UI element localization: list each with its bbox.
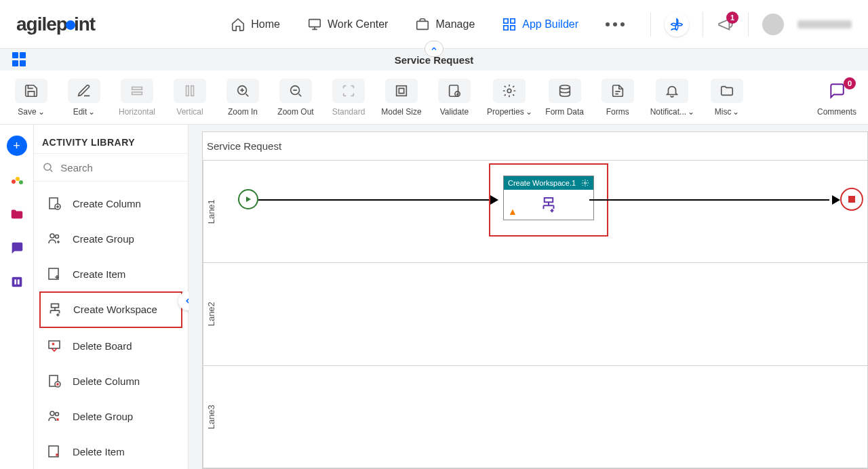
pinwheel-icon xyxy=(670,18,684,31)
horizontal-button[interactable]: Horizontal xyxy=(117,79,157,117)
lib-item-create-item[interactable]: Create Item xyxy=(39,256,182,291)
play-icon xyxy=(244,195,252,203)
notifications-label: Notificat... xyxy=(650,107,686,117)
form-data-button[interactable]: Form Data xyxy=(545,79,585,117)
save-icon xyxy=(15,79,47,103)
notification-badge: 1 xyxy=(726,12,738,24)
workspace-plus-icon xyxy=(46,301,64,319)
apps-icon xyxy=(502,17,517,32)
zoom-in-icon xyxy=(226,79,259,103)
lib-item-label: Create Workspace xyxy=(73,304,157,316)
nav-manage[interactable]: Manage xyxy=(406,12,484,37)
collapse-header-button[interactable] xyxy=(425,41,443,57)
avatar[interactable] xyxy=(762,14,784,35)
warning-icon: ▲ xyxy=(508,206,517,217)
svg-point-23 xyxy=(44,163,51,170)
flow-connector xyxy=(258,199,493,201)
start-node[interactable] xyxy=(238,189,258,209)
nav-manage-label: Manage xyxy=(435,18,475,30)
end-node[interactable] xyxy=(840,188,863,211)
lib-item-label: Delete Group xyxy=(73,411,133,422)
svg-point-26 xyxy=(50,234,54,238)
stop-icon xyxy=(848,196,855,203)
vertical-label: Vertical xyxy=(176,107,203,117)
board-x-icon xyxy=(45,337,63,354)
notifications-button[interactable]: 1 xyxy=(717,16,734,33)
vertical-button[interactable]: Vertical xyxy=(170,79,210,117)
misc-button[interactable]: Misc⌄ xyxy=(707,79,747,117)
standard-icon xyxy=(332,79,365,103)
chevron-up-icon xyxy=(430,45,438,53)
model-size-button[interactable]: Model Size xyxy=(381,79,422,117)
svg-rect-9 xyxy=(191,85,194,96)
svg-rect-21 xyxy=(14,279,16,284)
svg-point-17 xyxy=(12,180,16,184)
standard-label: Standard xyxy=(332,107,366,117)
chevron-down-icon: ⌄ xyxy=(88,107,95,117)
lib-item-label: Create Column xyxy=(73,198,141,209)
svg-point-18 xyxy=(16,177,20,181)
rail-chat-icon[interactable] xyxy=(7,239,26,258)
svg-rect-20 xyxy=(12,277,22,287)
rail-folder-icon[interactable] xyxy=(7,205,26,224)
lib-item-create-group[interactable]: Create Group xyxy=(39,221,182,256)
lib-item-delete-group[interactable]: Delete Group xyxy=(39,399,182,434)
zoom-out-icon xyxy=(279,79,312,103)
svg-point-33 xyxy=(50,411,54,415)
pinwheel-button[interactable] xyxy=(665,12,689,37)
chevron-down-icon: ⌄ xyxy=(38,107,45,117)
search-input[interactable] xyxy=(60,162,180,174)
gear-icon[interactable] xyxy=(581,179,589,187)
rail-pause-icon[interactable] xyxy=(7,272,26,291)
nav-home[interactable]: Home xyxy=(221,12,290,37)
edit-button[interactable]: Edit⌄ xyxy=(64,79,104,117)
group-plus-icon xyxy=(45,230,63,247)
validate-button[interactable]: Validate xyxy=(434,79,475,117)
username xyxy=(797,20,852,28)
svg-point-27 xyxy=(56,235,59,239)
svg-point-19 xyxy=(19,180,23,184)
validate-label: Validate xyxy=(440,107,469,117)
lib-item-delete-column[interactable]: Delete Column xyxy=(39,363,182,399)
model-size-label: Model Size xyxy=(381,107,421,117)
search-icon xyxy=(42,161,54,174)
item-x-icon xyxy=(45,443,63,460)
lib-item-create-column[interactable]: Create Column xyxy=(39,186,182,221)
nav-home-label: Home xyxy=(251,18,280,30)
lib-item-delete-board[interactable]: Delete Board xyxy=(39,328,182,363)
grid-icon[interactable] xyxy=(12,52,27,67)
svg-rect-12 xyxy=(397,85,407,96)
lib-item-create-workspace[interactable]: Create Workspace xyxy=(39,291,182,328)
lib-item-label: Delete Item xyxy=(73,446,125,457)
rail-monday-icon[interactable] xyxy=(7,171,26,190)
edit-icon xyxy=(68,79,100,103)
lib-item-label: Delete Board xyxy=(73,340,132,352)
zoom-in-button[interactable]: Zoom In xyxy=(222,79,263,117)
svg-rect-8 xyxy=(186,85,189,96)
svg-rect-0 xyxy=(309,19,321,26)
lib-item-label: Delete Column xyxy=(73,375,140,387)
briefcase-icon xyxy=(415,17,430,32)
flow-connector xyxy=(589,199,829,201)
lib-item-delete-item[interactable]: Delete Item xyxy=(39,434,182,469)
activity-node-create-workspace[interactable]: Create Workspace.1 ▲ xyxy=(503,176,594,220)
comments-button[interactable]: 0 Comments xyxy=(816,79,857,117)
add-button[interactable]: + xyxy=(7,136,27,156)
forms-label: Forms xyxy=(606,107,629,117)
ellipsis-icon xyxy=(606,22,625,26)
forms-button[interactable]: Forms xyxy=(597,79,638,117)
svg-rect-37 xyxy=(545,198,553,202)
notifications-tool-button[interactable]: Notificat...⌄ xyxy=(650,79,694,117)
standard-button[interactable]: Standard xyxy=(328,79,369,117)
nav-app-builder-label: App Builder xyxy=(522,18,578,30)
nav-work-center[interactable]: Work Center xyxy=(298,12,398,37)
model-size-icon xyxy=(385,79,418,103)
save-button[interactable]: Save⌄ xyxy=(11,79,52,117)
svg-rect-7 xyxy=(132,91,142,94)
zoom-out-button[interactable]: Zoom Out xyxy=(275,79,316,117)
nav-app-builder[interactable]: App Builder xyxy=(492,12,588,37)
nav-more[interactable] xyxy=(596,17,634,32)
svg-rect-2 xyxy=(504,18,508,22)
comments-badge: 0 xyxy=(844,77,856,89)
properties-button[interactable]: Properties⌄ xyxy=(487,79,532,117)
